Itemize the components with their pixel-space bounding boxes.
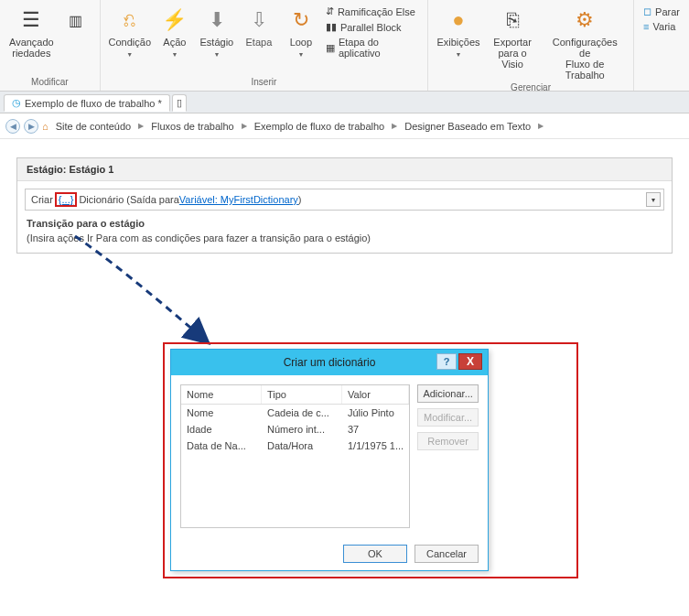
parallel-item[interactable]: ▮▮Parallel Block xyxy=(322,19,422,35)
col-name: Nome xyxy=(181,385,262,404)
transition-header: Transição para o estágio xyxy=(27,218,662,229)
breadcrumb-item[interactable]: Site de conteúdo xyxy=(52,119,135,134)
workflow-icon: ◷ xyxy=(12,97,21,109)
estagio-button[interactable]: ⬇ Estágio▼ xyxy=(196,2,238,75)
tab-active[interactable]: ◷ Exemplo de fluxo de trabalho * xyxy=(4,94,170,112)
acao-button[interactable]: ⚡ Ação▼ xyxy=(154,2,196,75)
table-row[interactable]: Idade Número int... 37 xyxy=(181,421,409,438)
add-button[interactable]: Adicionar... xyxy=(417,384,479,403)
config-button[interactable]: ⚙ Configurações deFluxo de Trabalho xyxy=(542,2,628,81)
tab-label: Exemplo de fluxo de trabalho * xyxy=(25,98,162,109)
loop-icon: ↻ xyxy=(286,5,316,35)
doc-icon: ▥ xyxy=(61,5,91,35)
group-label: Modificar xyxy=(31,75,69,89)
transition-body: (Insira ações Ir Para com as condições p… xyxy=(27,232,662,243)
riedades-button-2[interactable]: ▥ xyxy=(58,2,94,75)
create-dictionary-dialog: Criar um dicionário ? X Nome Tipo Valor … xyxy=(170,349,489,571)
exportar-button[interactable]: ⎘ Exportarpara o Visio xyxy=(483,2,542,81)
export-icon: ⎘ xyxy=(498,5,527,35)
action-dropdown[interactable]: ▾ xyxy=(646,192,661,207)
merge-icon: ⇵ xyxy=(326,5,334,17)
lightning-icon: ⚡ xyxy=(160,5,189,35)
dictionary-grid[interactable]: Nome Tipo Valor Nome Cadeia de c... Júli… xyxy=(180,384,410,528)
chevron-down-icon: ▼ xyxy=(126,51,133,58)
nav-forward-button[interactable]: ▶ xyxy=(24,119,38,134)
table-row[interactable]: Data de Na... Data/Hora 1/1/1975 1... xyxy=(181,438,409,454)
table-row[interactable]: Nome Cadeia de c... Júlio Pinto xyxy=(181,405,409,421)
down-arrow-icon: ⇩ xyxy=(244,5,274,35)
ok-button[interactable]: OK xyxy=(343,545,407,563)
breadcrumb-item[interactable]: Designer Baseado em Texto xyxy=(401,119,534,134)
document-tabs: ◷ Exemplo de fluxo de trabalho * ▯ xyxy=(0,92,689,113)
ribbon: ☰ Avançadoriedades ▥ Modificar ⎌ Condiçã… xyxy=(0,0,689,92)
breadcrumb-item[interactable]: Exemplo de fluxo de trabalho xyxy=(251,119,388,134)
doc-icon: ▯ xyxy=(177,97,182,109)
col-type: Tipo xyxy=(262,385,342,404)
etapa-button[interactable]: ⇩ Etapa xyxy=(238,2,280,75)
parallel-icon: ▮▮ xyxy=(326,21,337,33)
stage-box: Estágio: Estágio 1 Criar {...} Dicionári… xyxy=(16,157,673,254)
ribbon-group-right: ◻Parar ≡Varia xyxy=(634,0,689,91)
loop-button[interactable]: ↻ Loop▼ xyxy=(280,2,322,75)
ribbon-group-gerenciar: ● Exibições▼ ⎘ Exportarpara o Visio ⚙ Co… xyxy=(428,0,634,91)
tab-new[interactable]: ▯ xyxy=(172,94,187,112)
grid-header: Nome Tipo Valor xyxy=(181,385,409,405)
dot-icon: ● xyxy=(444,5,473,35)
var-icon: ≡ xyxy=(643,21,649,32)
inserir-small-col: ⇵Ramificação Else ▮▮Parallel Block ▦Etap… xyxy=(322,2,422,75)
action-post: ) xyxy=(298,194,302,205)
col-value: Valor xyxy=(342,385,409,404)
action-pre: Criar xyxy=(31,194,53,205)
avancado-label: Avançado xyxy=(9,37,54,48)
ribbon-group-inserir: ⎌ Condição▼ ⚡ Ação▼ ⬇ Estágio▼ ⇩ Etapa ↻… xyxy=(101,0,428,91)
cancel-button[interactable]: Cancelar xyxy=(414,545,479,563)
dialog-body: Nome Tipo Valor Nome Cadeia de c... Júli… xyxy=(171,375,488,537)
remove-button[interactable]: Remover xyxy=(417,432,479,450)
chevron-right-icon: ▶ xyxy=(242,122,247,130)
list-icon: ☰ xyxy=(16,5,46,35)
gear-icon: ⚙ xyxy=(570,5,599,35)
exibicoes-button[interactable]: ● Exibições▼ xyxy=(434,2,483,81)
action-mid: Dicionário (Saída para xyxy=(79,194,178,205)
chevron-right-icon: ▶ xyxy=(538,122,544,130)
chevron-down-icon: ▼ xyxy=(213,51,220,58)
home-icon: ⌂ xyxy=(42,121,48,132)
breadcrumb: ◀ ▶ ⌂ Site de conteúdo▶ Fluxos de trabal… xyxy=(0,113,689,139)
app-icon: ▦ xyxy=(326,42,335,54)
varia-item[interactable]: ≡Varia xyxy=(640,19,684,34)
nav-back-button[interactable]: ◀ xyxy=(5,119,20,134)
chevron-right-icon: ▶ xyxy=(392,122,397,130)
stop-icon: ◻ xyxy=(643,5,651,17)
ramificacao-item[interactable]: ⇵Ramificação Else xyxy=(322,4,422,19)
modify-button[interactable]: Modificar... xyxy=(417,408,479,427)
breadcrumb-item[interactable]: Fluxos de trabalho xyxy=(147,119,238,134)
down-arrow-icon: ⬇ xyxy=(202,5,231,35)
branch-icon: ⎌ xyxy=(115,5,145,35)
dialog-title: Criar um dicionário xyxy=(284,356,376,369)
condicao-button[interactable]: ⎌ Condição▼ xyxy=(106,2,154,75)
variable-link[interactable]: Variável: MyFirstDictionary xyxy=(179,194,298,205)
chevron-down-icon: ▼ xyxy=(297,51,304,58)
chevron-down-icon: ▼ xyxy=(171,51,178,58)
stage-container: Estágio: Estágio 1 Criar {...} Dicionári… xyxy=(0,139,689,272)
ribbon-group-modificar: ☰ Avançadoriedades ▥ Modificar xyxy=(0,0,101,91)
etapa-app-item[interactable]: ▦Etapa do aplicativo xyxy=(322,35,422,60)
action-row[interactable]: Criar {...} Dicionário (Saída para Variá… xyxy=(25,189,664,211)
dialog-help-button[interactable]: ? xyxy=(436,353,457,370)
stage-header: Estágio: Estágio 1 xyxy=(17,158,672,181)
ellipsis-token[interactable]: {...} xyxy=(55,192,78,207)
dialog-close-button[interactable]: X xyxy=(458,353,482,370)
dialog-footer: OK Cancelar xyxy=(171,537,488,570)
dialog-button-column: Adicionar... Modificar... Remover xyxy=(417,384,479,528)
chevron-right-icon: ▶ xyxy=(138,122,144,130)
dialog-titlebar: Criar um dicionário ? X xyxy=(171,350,488,375)
parar-item[interactable]: ◻Parar xyxy=(640,4,684,19)
chevron-down-icon: ▼ xyxy=(456,51,462,58)
avancado-button[interactable]: ☰ Avançadoriedades xyxy=(5,2,58,75)
